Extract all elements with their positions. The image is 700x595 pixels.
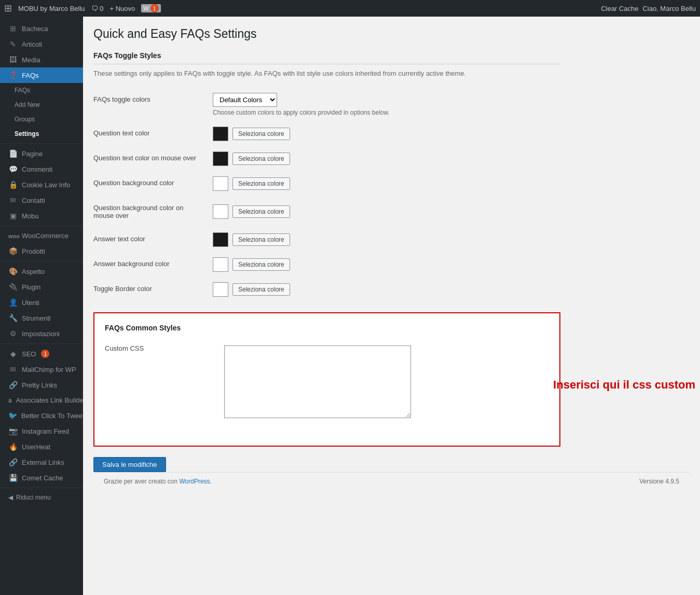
sidebar-item-seo[interactable]: ◆ SEO 1 [0,346,83,362]
contatti-icon: ✉ [8,196,18,204]
answer-text-label: Answer text color [93,235,145,243]
page-title: Quick and Easy FAQs Settings [93,27,560,41]
sidebar-item-faqs[interactable]: ❓ FAQs [0,67,83,83]
save-button[interactable]: Salva le modifiche [93,457,166,472]
sidebar-item-bacheca[interactable]: ⊞ Bacheca [0,21,83,36]
sidebar-item-better-click[interactable]: 🐦 Better Click To Tweet [0,408,83,423]
sidebar-item-media[interactable]: 🖼 Media [0,52,83,67]
sidebar-label-comet-cache: Comet Cache [22,474,63,482]
toggle-section-title: FAQs Toggle Styles [93,51,560,64]
sidebar-item-userheat[interactable]: 🔥 UserHeat [0,439,83,454]
better-click-icon: 🐦 [8,411,17,420]
footer-wp-link[interactable]: WordPress. [179,478,211,485]
answer-bg-label: Answer background color [93,260,170,268]
cookie-icon: 🔒 [8,181,18,189]
toggle-border-label: Toggle Border color [93,285,152,293]
sidebar-label-pretty-links: Pretty Links [22,381,57,389]
sidebar-item-contatti[interactable]: ✉ Contatti [0,192,83,208]
custom-css-label: Custom CSS [105,344,144,352]
faqs-icon: ❓ [8,71,18,79]
seo-badge: 1 [41,350,49,358]
yoast-icon[interactable]: W 1 [141,4,160,12]
sidebar-item-impostazioni[interactable]: ⚙ Impostazioni [0,326,83,341]
table-row-question-bg-color: Question background color Seleziona colo… [93,171,560,196]
toggle-colors-label: FAQs toggle colors [93,95,150,103]
sidebar-item-mailchimp[interactable]: ✉ MailChimp for WP [0,362,83,377]
main-content: Quick and Easy FAQs Settings FAQs Toggle… [83,17,700,595]
sidebar-item-articoli[interactable]: ✎ Articoli [0,36,83,52]
annotation-text: Inserisci qui il css custom [553,378,695,392]
sidebar-item-external-links[interactable]: 🔗 External Links [0,454,83,470]
sidebar-item-faqs-sub[interactable]: FAQs [0,83,83,98]
question-bg-hover-button[interactable]: Seleziona colore [232,205,290,218]
associates-icon: a [8,397,12,404]
sidebar-item-cookie-law[interactable]: 🔒 Cookie Law Info [0,177,83,192]
plugin-icon: 🔌 [8,283,18,291]
sidebar-item-commenti[interactable]: 💬 Commenti [0,161,83,177]
media-icon: 🖼 [8,56,18,64]
sidebar-item-utenti[interactable]: 👤 Utenti [0,295,83,310]
question-bg-swatch [213,176,228,191]
sidebar-item-prodotti[interactable]: 📦 Prodotti [0,243,83,259]
question-bg-button[interactable]: Seleziona colore [232,177,290,190]
sidebar-item-woocommerce[interactable]: woo WooCommerce [0,228,83,243]
question-text-hover-button[interactable]: Seleziona colore [232,153,290,165]
question-bg-hover-swatch [213,204,228,219]
sidebar-label-faqs: FAQs [22,72,39,79]
sidebar-label-aspetto: Aspetto [22,268,45,275]
sidebar-item-add-new[interactable]: Add New [0,98,83,112]
sidebar-item-associates[interactable]: a Associates Link Builder [0,393,83,408]
sidebar-item-groups[interactable]: Groups [0,112,83,127]
sidebar-label-woo: WooCommerce [22,232,68,240]
sidebar-item-mobu[interactable]: ▣ Mobu [0,208,83,224]
table-row-question-text-color: Question text color Seleziona colore [93,121,560,146]
woo-icon: woo [8,233,18,239]
toggle-colors-select[interactable]: Default Colors Custom Colors [213,93,277,107]
toggle-border-button[interactable]: Seleziona colore [232,283,290,296]
answer-bg-button[interactable]: Seleziona colore [232,258,290,271]
table-row-question-text-color-hover: Question text color on mouse over Selezi… [93,146,560,171]
aspetto-icon: 🎨 [8,267,18,275]
sidebar-label-instagram: Instagram Feed [22,427,69,435]
collapse-menu-button[interactable]: ◀ Riduci menu [0,490,83,505]
custom-css-textarea[interactable] [224,345,411,418]
site-name[interactable]: MOBU by Marco Bellu [18,5,85,12]
sidebar-label-associates: Associates Link Builder [16,396,83,404]
wp-logo-icon[interactable]: ⊞ [4,3,12,14]
table-row-question-bg-color-hover: Question background color on mouse over … [93,196,560,227]
sidebar-label-commenti: Commenti [22,165,52,173]
strumenti-icon: 🔧 [8,314,18,322]
sidebar-item-pretty-links[interactable]: 🔗 Pretty Links [0,377,83,393]
sidebar-label-bacheca: Bacheca [22,25,48,33]
comments-link[interactable]: 🗨 0 [91,5,104,12]
question-text-color-label: Question text color [93,129,149,137]
sidebar-item-plugin[interactable]: 🔌 Plugin [0,279,83,295]
new-link[interactable]: + Nuovo [109,5,135,12]
sidebar-label-media: Media [22,56,40,64]
seo-icon: ◆ [8,350,18,358]
sidebar-item-instagram[interactable]: 📷 Instagram Feed [0,423,83,439]
answer-text-button[interactable]: Seleziona colore [232,233,290,246]
settings-form-table: FAQs toggle colors Default Colors Custom… [93,88,560,302]
sidebar-item-strumenti[interactable]: 🔧 Strumenti [0,310,83,326]
sidebar-item-comet-cache[interactable]: 💾 Comet Cache [0,470,83,486]
sidebar-item-settings[interactable]: Settings [0,127,83,141]
pagine-icon: 📄 [8,149,18,158]
clear-cache-button[interactable]: Clear Cache [601,5,638,12]
sidebar-label-userheat: UserHeat [22,443,50,451]
sidebar: ⊞ Bacheca ✎ Articoli 🖼 Media ❓ FAQs FAQs… [0,17,83,595]
sidebar-label-add-new: Add New [15,101,40,108]
sidebar-item-pagine[interactable]: 📄 Pagine [0,146,83,161]
sidebar-item-aspetto[interactable]: 🎨 Aspetto [0,264,83,279]
footer-version: Versione 4.9.5 [639,478,679,485]
table-row-answer-bg-color: Answer background color Seleziona colore [93,252,560,277]
bacheca-icon: ⊞ [8,24,18,33]
articoli-icon: ✎ [8,40,18,48]
user-name[interactable]: Ciao, Marco Bellu [642,5,696,12]
common-styles-box: FAQs Common Styles Custom CSS [93,312,560,447]
answer-text-swatch [213,232,228,247]
answer-bg-swatch [213,257,228,272]
question-text-hover-swatch [213,151,228,166]
footer: Grazie per aver creato con WordPress. Ve… [93,472,690,490]
question-text-color-button[interactable]: Seleziona colore [232,128,290,140]
